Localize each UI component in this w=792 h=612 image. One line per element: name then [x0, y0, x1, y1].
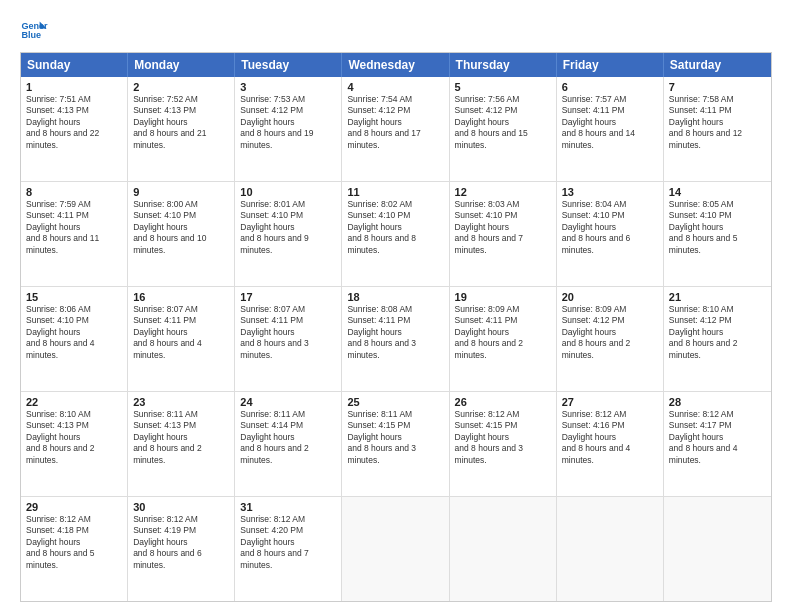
empty-cell — [342, 497, 449, 601]
day-number: 13 — [562, 186, 658, 198]
day-cell-16: 16Sunrise: 8:07 AMSunset: 4:11 PMDayligh… — [128, 287, 235, 391]
cell-info: Sunrise: 8:10 AMSunset: 4:12 PMDaylight … — [669, 304, 766, 361]
header-day-tuesday: Tuesday — [235, 53, 342, 77]
day-number: 14 — [669, 186, 766, 198]
day-cell-23: 23Sunrise: 8:11 AMSunset: 4:13 PMDayligh… — [128, 392, 235, 496]
cell-info: Sunrise: 8:11 AMSunset: 4:13 PMDaylight … — [133, 409, 229, 466]
cell-info: Sunrise: 8:09 AMSunset: 4:11 PMDaylight … — [455, 304, 551, 361]
day-number: 20 — [562, 291, 658, 303]
day-cell-21: 21Sunrise: 8:10 AMSunset: 4:12 PMDayligh… — [664, 287, 771, 391]
day-cell-25: 25Sunrise: 8:11 AMSunset: 4:15 PMDayligh… — [342, 392, 449, 496]
day-number: 7 — [669, 81, 766, 93]
cell-info: Sunrise: 7:52 AMSunset: 4:13 PMDaylight … — [133, 94, 229, 151]
calendar-header: SundayMondayTuesdayWednesdayThursdayFrid… — [21, 53, 771, 77]
day-cell-9: 9Sunrise: 8:00 AMSunset: 4:10 PMDaylight… — [128, 182, 235, 286]
day-number: 27 — [562, 396, 658, 408]
cell-info: Sunrise: 8:12 AMSunset: 4:19 PMDaylight … — [133, 514, 229, 571]
day-number: 23 — [133, 396, 229, 408]
calendar-body: 1Sunrise: 7:51 AMSunset: 4:13 PMDaylight… — [21, 77, 771, 601]
cell-info: Sunrise: 8:11 AMSunset: 4:15 PMDaylight … — [347, 409, 443, 466]
day-cell-1: 1Sunrise: 7:51 AMSunset: 4:13 PMDaylight… — [21, 77, 128, 181]
day-number: 15 — [26, 291, 122, 303]
day-number: 10 — [240, 186, 336, 198]
day-number: 31 — [240, 501, 336, 513]
cell-info: Sunrise: 8:12 AMSunset: 4:20 PMDaylight … — [240, 514, 336, 571]
day-cell-4: 4Sunrise: 7:54 AMSunset: 4:12 PMDaylight… — [342, 77, 449, 181]
cell-info: Sunrise: 8:07 AMSunset: 4:11 PMDaylight … — [240, 304, 336, 361]
day-number: 21 — [669, 291, 766, 303]
day-cell-26: 26Sunrise: 8:12 AMSunset: 4:15 PMDayligh… — [450, 392, 557, 496]
cell-info: Sunrise: 8:09 AMSunset: 4:12 PMDaylight … — [562, 304, 658, 361]
cell-info: Sunrise: 8:12 AMSunset: 4:15 PMDaylight … — [455, 409, 551, 466]
day-number: 18 — [347, 291, 443, 303]
cell-info: Sunrise: 8:05 AMSunset: 4:10 PMDaylight … — [669, 199, 766, 256]
cell-info: Sunrise: 7:53 AMSunset: 4:12 PMDaylight … — [240, 94, 336, 151]
day-number: 12 — [455, 186, 551, 198]
day-cell-8: 8Sunrise: 7:59 AMSunset: 4:11 PMDaylight… — [21, 182, 128, 286]
header-day-friday: Friday — [557, 53, 664, 77]
header-day-thursday: Thursday — [450, 53, 557, 77]
day-cell-12: 12Sunrise: 8:03 AMSunset: 4:10 PMDayligh… — [450, 182, 557, 286]
cell-info: Sunrise: 7:59 AMSunset: 4:11 PMDaylight … — [26, 199, 122, 256]
week-row-3: 15Sunrise: 8:06 AMSunset: 4:10 PMDayligh… — [21, 287, 771, 392]
cell-info: Sunrise: 8:12 AMSunset: 4:17 PMDaylight … — [669, 409, 766, 466]
day-number: 8 — [26, 186, 122, 198]
day-number: 22 — [26, 396, 122, 408]
day-number: 9 — [133, 186, 229, 198]
day-cell-28: 28Sunrise: 8:12 AMSunset: 4:17 PMDayligh… — [664, 392, 771, 496]
cell-info: Sunrise: 8:02 AMSunset: 4:10 PMDaylight … — [347, 199, 443, 256]
day-cell-22: 22Sunrise: 8:10 AMSunset: 4:13 PMDayligh… — [21, 392, 128, 496]
day-cell-14: 14Sunrise: 8:05 AMSunset: 4:10 PMDayligh… — [664, 182, 771, 286]
day-number: 6 — [562, 81, 658, 93]
day-cell-30: 30Sunrise: 8:12 AMSunset: 4:19 PMDayligh… — [128, 497, 235, 601]
cell-info: Sunrise: 8:08 AMSunset: 4:11 PMDaylight … — [347, 304, 443, 361]
calendar: SundayMondayTuesdayWednesdayThursdayFrid… — [20, 52, 772, 602]
day-number: 28 — [669, 396, 766, 408]
day-number: 24 — [240, 396, 336, 408]
day-cell-13: 13Sunrise: 8:04 AMSunset: 4:10 PMDayligh… — [557, 182, 664, 286]
day-cell-5: 5Sunrise: 7:56 AMSunset: 4:12 PMDaylight… — [450, 77, 557, 181]
day-cell-20: 20Sunrise: 8:09 AMSunset: 4:12 PMDayligh… — [557, 287, 664, 391]
day-number: 16 — [133, 291, 229, 303]
cell-info: Sunrise: 8:12 AMSunset: 4:16 PMDaylight … — [562, 409, 658, 466]
day-number: 4 — [347, 81, 443, 93]
cell-info: Sunrise: 7:58 AMSunset: 4:11 PMDaylight … — [669, 94, 766, 151]
header-day-monday: Monday — [128, 53, 235, 77]
svg-text:General: General — [21, 21, 48, 31]
day-cell-3: 3Sunrise: 7:53 AMSunset: 4:12 PMDaylight… — [235, 77, 342, 181]
empty-cell — [664, 497, 771, 601]
empty-cell — [450, 497, 557, 601]
day-cell-6: 6Sunrise: 7:57 AMSunset: 4:11 PMDaylight… — [557, 77, 664, 181]
cell-info: Sunrise: 8:00 AMSunset: 4:10 PMDaylight … — [133, 199, 229, 256]
cell-info: Sunrise: 8:12 AMSunset: 4:18 PMDaylight … — [26, 514, 122, 571]
cell-info: Sunrise: 8:03 AMSunset: 4:10 PMDaylight … — [455, 199, 551, 256]
day-number: 19 — [455, 291, 551, 303]
empty-cell — [557, 497, 664, 601]
cell-info: Sunrise: 8:01 AMSunset: 4:10 PMDaylight … — [240, 199, 336, 256]
svg-text:Blue: Blue — [21, 30, 41, 40]
day-number: 17 — [240, 291, 336, 303]
header: General Blue — [20, 16, 772, 44]
page: General Blue SundayMondayTuesdayWednesda… — [0, 0, 792, 612]
cell-info: Sunrise: 8:06 AMSunset: 4:10 PMDaylight … — [26, 304, 122, 361]
day-cell-11: 11Sunrise: 8:02 AMSunset: 4:10 PMDayligh… — [342, 182, 449, 286]
header-day-sunday: Sunday — [21, 53, 128, 77]
day-cell-15: 15Sunrise: 8:06 AMSunset: 4:10 PMDayligh… — [21, 287, 128, 391]
day-cell-2: 2Sunrise: 7:52 AMSunset: 4:13 PMDaylight… — [128, 77, 235, 181]
cell-info: Sunrise: 7:54 AMSunset: 4:12 PMDaylight … — [347, 94, 443, 151]
cell-info: Sunrise: 8:11 AMSunset: 4:14 PMDaylight … — [240, 409, 336, 466]
day-cell-27: 27Sunrise: 8:12 AMSunset: 4:16 PMDayligh… — [557, 392, 664, 496]
day-cell-7: 7Sunrise: 7:58 AMSunset: 4:11 PMDaylight… — [664, 77, 771, 181]
week-row-2: 8Sunrise: 7:59 AMSunset: 4:11 PMDaylight… — [21, 182, 771, 287]
cell-info: Sunrise: 8:04 AMSunset: 4:10 PMDaylight … — [562, 199, 658, 256]
day-cell-19: 19Sunrise: 8:09 AMSunset: 4:11 PMDayligh… — [450, 287, 557, 391]
day-cell-17: 17Sunrise: 8:07 AMSunset: 4:11 PMDayligh… — [235, 287, 342, 391]
day-cell-10: 10Sunrise: 8:01 AMSunset: 4:10 PMDayligh… — [235, 182, 342, 286]
logo: General Blue — [20, 16, 52, 44]
day-cell-29: 29Sunrise: 8:12 AMSunset: 4:18 PMDayligh… — [21, 497, 128, 601]
day-cell-18: 18Sunrise: 8:08 AMSunset: 4:11 PMDayligh… — [342, 287, 449, 391]
day-number: 29 — [26, 501, 122, 513]
week-row-1: 1Sunrise: 7:51 AMSunset: 4:13 PMDaylight… — [21, 77, 771, 182]
day-number: 5 — [455, 81, 551, 93]
day-cell-24: 24Sunrise: 8:11 AMSunset: 4:14 PMDayligh… — [235, 392, 342, 496]
